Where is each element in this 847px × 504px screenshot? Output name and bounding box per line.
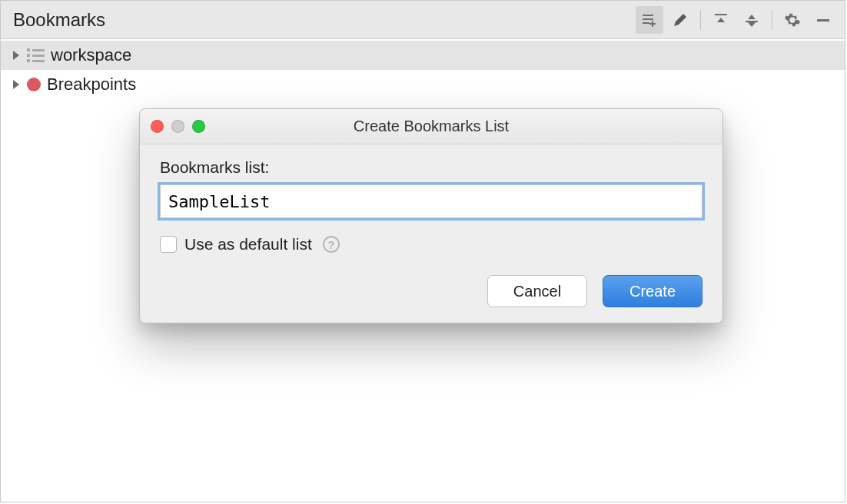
chevron-right-icon <box>13 51 19 60</box>
bookmarks-list-input[interactable] <box>160 184 703 218</box>
traffic-lights <box>151 120 205 133</box>
svg-rect-1 <box>643 18 653 20</box>
minimize-button[interactable] <box>809 6 837 34</box>
tree-item-label: Breakpoints <box>47 75 136 94</box>
list-icon <box>27 48 45 62</box>
pencil-icon <box>672 12 689 28</box>
create-button[interactable]: Create <box>603 275 703 307</box>
panel-header: Bookmarks <box>1 1 845 39</box>
svg-rect-0 <box>643 15 653 16</box>
new-list-button[interactable] <box>636 6 663 34</box>
tree-item-breakpoints[interactable]: Breakpoints <box>1 70 845 99</box>
zoom-icon[interactable] <box>192 120 205 133</box>
dialog-body: Bookmarks list: Use as default list ? Ca… <box>140 144 722 323</box>
bookmarks-tree[interactable]: workspace Breakpoints <box>1 39 845 99</box>
dialog-title: Create Bookmarks List <box>354 118 509 135</box>
svg-rect-5 <box>715 14 727 15</box>
toolbar-separator <box>772 10 772 30</box>
minimize-window-icon <box>171 120 184 133</box>
collapse-all-button[interactable] <box>738 6 766 34</box>
tree-item-workspace[interactable]: workspace <box>1 41 845 70</box>
svg-rect-2 <box>643 22 649 24</box>
edit-button[interactable] <box>666 6 694 34</box>
default-list-row: Use as default list ? <box>160 235 703 254</box>
expand-all-icon <box>712 12 729 28</box>
settings-button[interactable] <box>779 6 806 34</box>
minimize-icon <box>815 12 832 28</box>
svg-rect-4 <box>649 23 656 25</box>
close-icon[interactable] <box>151 120 164 133</box>
panel-toolbar <box>636 6 837 34</box>
cancel-button[interactable]: Cancel <box>487 275 587 307</box>
chevron-right-icon <box>13 80 19 89</box>
gear-icon <box>784 12 801 28</box>
panel-title: Bookmarks <box>13 9 105 31</box>
collapse-all-icon <box>743 12 760 28</box>
bookmarks-list-label: Bookmarks list: <box>160 158 703 177</box>
dialog-titlebar[interactable]: Create Bookmarks List <box>140 109 722 144</box>
toolbar-separator <box>700 10 701 30</box>
list-add-icon <box>641 12 658 28</box>
breakpoint-icon <box>27 78 41 91</box>
use-as-default-checkbox[interactable] <box>160 236 177 253</box>
svg-rect-6 <box>746 21 758 22</box>
expand-all-button[interactable] <box>707 6 735 34</box>
bookmarks-panel: Bookmarks <box>0 0 845 502</box>
create-bookmarks-list-dialog: Create Bookmarks List Bookmarks list: Us… <box>139 108 723 323</box>
help-icon[interactable]: ? <box>323 236 340 253</box>
tree-item-label: workspace <box>51 45 131 65</box>
dialog-button-row: Cancel Create <box>160 275 703 307</box>
svg-rect-7 <box>817 19 829 22</box>
use-as-default-label: Use as default list <box>184 235 312 254</box>
